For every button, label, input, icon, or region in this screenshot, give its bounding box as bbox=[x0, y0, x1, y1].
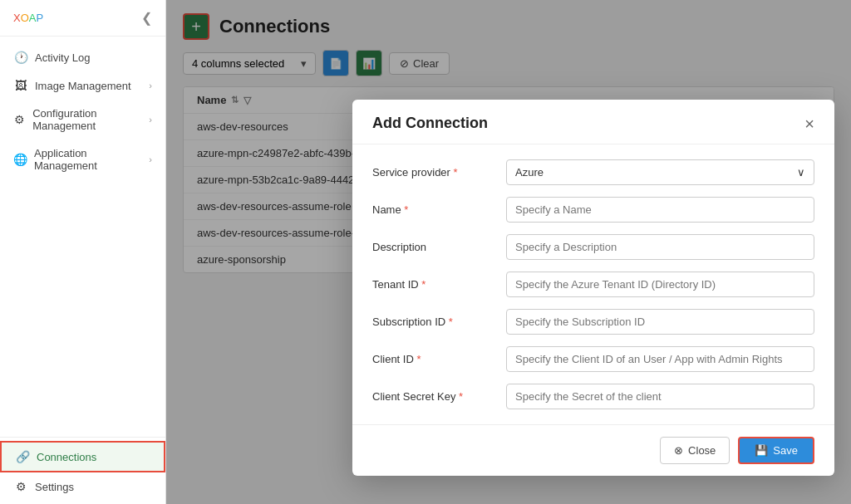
tenant-id-label: Tenant ID * bbox=[372, 278, 493, 291]
modal-body: Service provider * Azure ∨ Name * bbox=[352, 144, 834, 424]
clock-icon: 🕐 bbox=[13, 51, 28, 64]
description-input[interactable] bbox=[506, 234, 814, 260]
sidebar-item-application-management[interactable]: 🌐 Application Management › bbox=[0, 139, 165, 179]
tenant-id-input[interactable] bbox=[506, 272, 814, 297]
sidebar-item-label: Activity Log bbox=[35, 51, 90, 64]
save-icon: 💾 bbox=[755, 444, 768, 457]
close-button[interactable]: ⊗ Close bbox=[660, 437, 730, 464]
chevron-down-icon: ∨ bbox=[797, 166, 805, 179]
modal-overlay: Add Connection × Service provider * Azur… bbox=[166, 0, 851, 504]
logo: XOAP bbox=[13, 12, 43, 24]
service-provider-value: Azure bbox=[515, 166, 544, 179]
modal-close-button[interactable]: × bbox=[804, 115, 814, 132]
image-icon: 🖼 bbox=[13, 79, 28, 92]
form-row-description: Description bbox=[372, 234, 814, 260]
save-label: Save bbox=[773, 444, 798, 457]
sidebar-item-image-management[interactable]: 🖼 Image Management › bbox=[0, 71, 165, 100]
sidebar: XOAP ❮ 🕐 Activity Log 🖼 Image Management… bbox=[0, 0, 166, 504]
link-icon: 🔗 bbox=[15, 450, 30, 463]
client-id-input[interactable] bbox=[506, 346, 814, 372]
modal-title: Add Connection bbox=[372, 115, 488, 132]
client-id-label: Client ID * bbox=[372, 353, 493, 365]
sidebar-item-label: Connections bbox=[37, 451, 96, 463]
form-row-subscription-id: Subscription ID * bbox=[372, 309, 814, 335]
sidebar-item-label: Application Management bbox=[34, 147, 142, 172]
sidebar-item-settings[interactable]: ⚙ Settings bbox=[0, 472, 165, 501]
subscription-id-label: Subscription ID * bbox=[372, 316, 493, 328]
form-row-name: Name * bbox=[372, 197, 814, 223]
service-provider-label: Service provider * bbox=[372, 166, 493, 179]
service-provider-select[interactable]: Azure ∨ bbox=[506, 159, 814, 185]
gear-icon: ⚙ bbox=[13, 113, 26, 126]
sidebar-collapse-button[interactable]: ❮ bbox=[141, 10, 152, 26]
client-secret-key-label: Client Secret Key * bbox=[372, 390, 493, 403]
modal-header: Add Connection × bbox=[352, 100, 834, 144]
close-label: Close bbox=[688, 444, 716, 457]
sidebar-item-activity-log[interactable]: 🕐 Activity Log bbox=[0, 43, 165, 71]
form-row-tenant-id: Tenant ID * bbox=[372, 272, 814, 297]
name-label: Name * bbox=[372, 203, 493, 216]
save-button[interactable]: 💾 Save bbox=[738, 437, 814, 464]
sidebar-bottom: 🔗 Connections ⚙ Settings bbox=[0, 437, 165, 504]
chevron-right-icon: › bbox=[149, 81, 152, 91]
sidebar-item-label: Configuration Management bbox=[32, 107, 142, 132]
sidebar-item-configuration-management[interactable]: ⚙ Configuration Management › bbox=[0, 100, 165, 139]
form-row-service-provider: Service provider * Azure ∨ bbox=[372, 159, 814, 185]
settings-icon: ⚙ bbox=[13, 480, 28, 493]
chevron-right-icon: › bbox=[149, 154, 152, 164]
modal-footer: ⊗ Close 💾 Save bbox=[352, 424, 834, 476]
add-connection-modal: Add Connection × Service provider * Azur… bbox=[352, 100, 834, 476]
chevron-right-icon: › bbox=[149, 115, 152, 125]
description-label: Description bbox=[372, 241, 493, 253]
name-input[interactable] bbox=[506, 197, 814, 223]
sidebar-logo: XOAP ❮ bbox=[0, 0, 165, 37]
form-row-client-secret-key: Client Secret Key * bbox=[372, 384, 814, 409]
sidebar-item-label: Image Management bbox=[35, 80, 131, 92]
form-row-client-id: Client ID * bbox=[372, 346, 814, 372]
sidebar-item-label: Settings bbox=[35, 481, 74, 493]
subscription-id-input[interactable] bbox=[506, 309, 814, 335]
logo-o: O bbox=[21, 12, 29, 24]
globe-icon: 🌐 bbox=[13, 153, 27, 166]
main-content: + Connections 4 columns selected ▾ 📄 📊 ⊘… bbox=[166, 0, 851, 504]
sidebar-nav: 🕐 Activity Log 🖼 Image Management › ⚙ Co… bbox=[0, 37, 165, 437]
sidebar-item-connections[interactable]: 🔗 Connections bbox=[0, 441, 165, 472]
client-secret-key-input[interactable] bbox=[506, 384, 814, 409]
logo-p: P bbox=[36, 12, 43, 24]
close-circle-icon: ⊗ bbox=[674, 444, 683, 457]
logo-x: X bbox=[13, 12, 21, 24]
